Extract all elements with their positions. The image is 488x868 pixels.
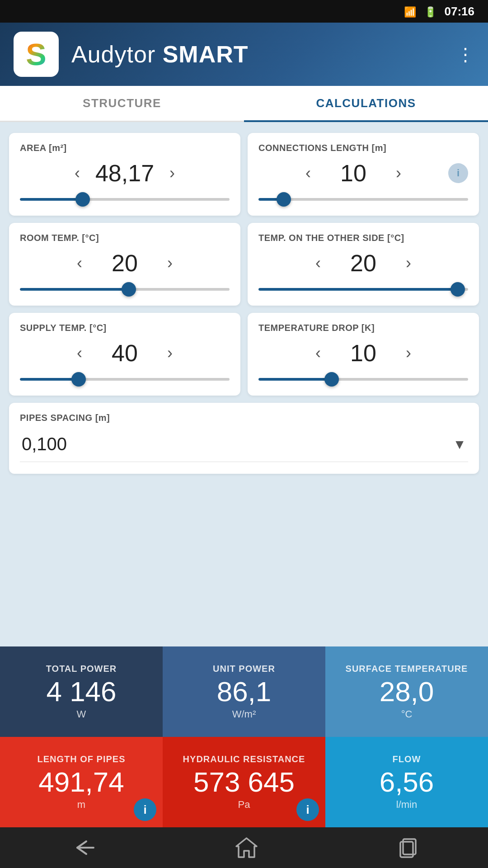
room-temp-card: ROOM TEMP. [°C] ‹ 20 › — [9, 223, 240, 306]
hydraulic-resistance-info-button[interactable]: i — [296, 798, 319, 821]
nav-back-button[interactable] — [51, 832, 114, 863]
temp-other-side-increment-button[interactable]: › — [401, 253, 416, 273]
stats-row-2: LENGTH OF PIPES 491,74 m i HYDRAULIC RES… — [0, 737, 488, 827]
pipes-spacing-dropdown[interactable]: 0,100 ▼ — [20, 429, 468, 462]
supply-temp-card: SUPPLY TEMP. [°C] ‹ 40 › — [9, 313, 240, 396]
room-temp-slider[interactable] — [20, 285, 230, 294]
area-control: ‹ 48,17 › — [20, 160, 230, 187]
temperature-drop-slider[interactable] — [258, 375, 468, 384]
area-label: AREA [m²] — [20, 143, 230, 153]
room-temp-increment-button[interactable]: › — [163, 253, 177, 273]
tab-structure[interactable]: STRUCTURE — [0, 86, 244, 121]
cards-grid: AREA [m²] ‹ 48,17 › CONNECTIONS LENGTH [… — [9, 133, 479, 474]
connections-length-label: CONNECTIONS LENGTH [m] — [258, 143, 468, 153]
connections-length-decrement-button[interactable]: ‹ — [301, 163, 315, 183]
stats-row-1: TOTAL POWER 4 146 W UNIT POWER 86,1 W/m²… — [0, 646, 488, 737]
app-logo: S — [14, 32, 59, 77]
temperature-drop-increment-button[interactable]: › — [401, 343, 416, 363]
main-content: AREA [m²] ‹ 48,17 › CONNECTIONS LENGTH [… — [0, 122, 488, 673]
length-of-pipes-cell: LENGTH OF PIPES 491,74 m i — [0, 737, 163, 827]
flow-unit: l/min — [396, 799, 417, 811]
surface-temp-label: SURFACE TEMPERATURE — [346, 664, 468, 674]
hydraulic-resistance-cell: HYDRAULIC RESISTANCE 573 645 Pa i — [163, 737, 325, 827]
logo-letter: S — [26, 37, 46, 72]
connections-length-increment-button[interactable]: › — [391, 163, 406, 183]
length-of-pipes-info-button[interactable]: i — [134, 798, 156, 821]
nav-home-button[interactable] — [216, 831, 277, 864]
connections-length-control: ‹ 10 › i — [258, 160, 468, 187]
temp-other-side-slider[interactable] — [258, 285, 468, 294]
area-slider[interactable] — [20, 195, 230, 204]
hydraulic-resistance-value: 573 645 — [193, 768, 295, 796]
temperature-drop-value: 10 — [336, 340, 390, 367]
temperature-drop-card: TEMPERATURE DROP [K] ‹ 10 › — [248, 313, 479, 396]
nav-bar — [0, 827, 488, 868]
unit-power-cell: UNIT POWER 86,1 W/m² — [163, 646, 325, 737]
temp-other-side-control: ‹ 20 › — [258, 250, 468, 277]
area-decrement-button[interactable]: ‹ — [70, 163, 84, 183]
hydraulic-resistance-unit: Pa — [238, 799, 250, 811]
unit-power-label: UNIT POWER — [213, 664, 275, 674]
app-name-regular: Audytor — [71, 41, 163, 67]
room-temp-value: 20 — [98, 250, 152, 277]
temp-other-side-decrement-button[interactable]: ‹ — [311, 253, 325, 273]
status-bar: 07:16 — [0, 0, 488, 23]
app-title: Audytor SMART — [71, 41, 249, 68]
supply-temp-decrement-button[interactable]: ‹ — [72, 343, 87, 363]
header-menu-button[interactable]: ⋮ — [456, 44, 474, 65]
hydraulic-resistance-label: HYDRAULIC RESISTANCE — [183, 754, 305, 764]
room-temp-control: ‹ 20 › — [20, 250, 230, 277]
dropdown-arrow-icon: ▼ — [453, 437, 466, 452]
app-header: S Audytor SMART ⋮ — [0, 23, 488, 86]
temp-other-side-card: TEMP. ON THE OTHER SIDE [°C] ‹ 20 › — [248, 223, 479, 306]
tab-bar: STRUCTURE CALCULATIONS — [0, 86, 488, 122]
temperature-drop-control: ‹ 10 › — [258, 340, 468, 367]
area-increment-button[interactable]: › — [165, 163, 179, 183]
tab-calculations[interactable]: CALCULATIONS — [244, 86, 488, 122]
wifi-icon — [404, 5, 416, 19]
nav-recents-button[interactable] — [379, 831, 437, 864]
connections-length-value: 10 — [326, 160, 380, 187]
pipes-spacing-value[interactable]: 0,100 ▼ — [20, 429, 468, 462]
supply-temp-increment-button[interactable]: › — [163, 343, 177, 363]
area-card: AREA [m²] ‹ 48,17 › — [9, 133, 240, 216]
battery-icon — [424, 5, 436, 19]
temperature-drop-label: TEMPERATURE DROP [K] — [258, 323, 468, 333]
total-power-cell: TOTAL POWER 4 146 W — [0, 646, 163, 737]
temp-other-side-value: 20 — [336, 250, 390, 277]
pipes-spacing-label: PIPES SPACING [m] — [20, 413, 468, 423]
supply-temp-value: 40 — [98, 340, 152, 367]
app-name-bold: SMART — [163, 41, 249, 67]
connections-length-card: CONNECTIONS LENGTH [m] ‹ 10 › i — [248, 133, 479, 216]
flow-label: FLOW — [393, 754, 421, 764]
total-power-unit: W — [77, 708, 86, 720]
room-temp-decrement-button[interactable]: ‹ — [72, 253, 87, 273]
surface-temp-cell: SURFACE TEMPERATURE 28,0 °C — [325, 646, 488, 737]
status-time: 07:16 — [445, 5, 475, 19]
temp-other-side-label: TEMP. ON THE OTHER SIDE [°C] — [258, 233, 468, 243]
length-of-pipes-label: LENGTH OF PIPES — [37, 754, 125, 764]
flow-value: 6,56 — [380, 768, 434, 796]
unit-power-unit: W/m² — [232, 708, 256, 720]
bottom-stats: TOTAL POWER 4 146 W UNIT POWER 86,1 W/m²… — [0, 646, 488, 827]
flow-cell: FLOW 6,56 l/min — [325, 737, 488, 827]
total-power-value: 4 146 — [46, 678, 116, 706]
unit-power-value: 86,1 — [217, 678, 272, 706]
room-temp-label: ROOM TEMP. [°C] — [20, 233, 230, 243]
total-power-label: TOTAL POWER — [46, 664, 117, 674]
supply-temp-control: ‹ 40 › — [20, 340, 230, 367]
connections-length-info-button[interactable]: i — [448, 163, 468, 183]
area-value: 48,17 — [95, 160, 154, 187]
temperature-drop-decrement-button[interactable]: ‹ — [311, 343, 325, 363]
length-of-pipes-unit: m — [77, 799, 85, 811]
surface-temp-value: 28,0 — [380, 678, 434, 706]
surface-temp-unit: °C — [401, 708, 413, 720]
pipes-spacing-card: PIPES SPACING [m] 0,100 ▼ — [9, 403, 479, 474]
supply-temp-label: SUPPLY TEMP. [°C] — [20, 323, 230, 333]
connections-length-slider[interactable] — [258, 195, 468, 204]
length-of-pipes-value: 491,74 — [38, 768, 124, 796]
supply-temp-slider[interactable] — [20, 375, 230, 384]
